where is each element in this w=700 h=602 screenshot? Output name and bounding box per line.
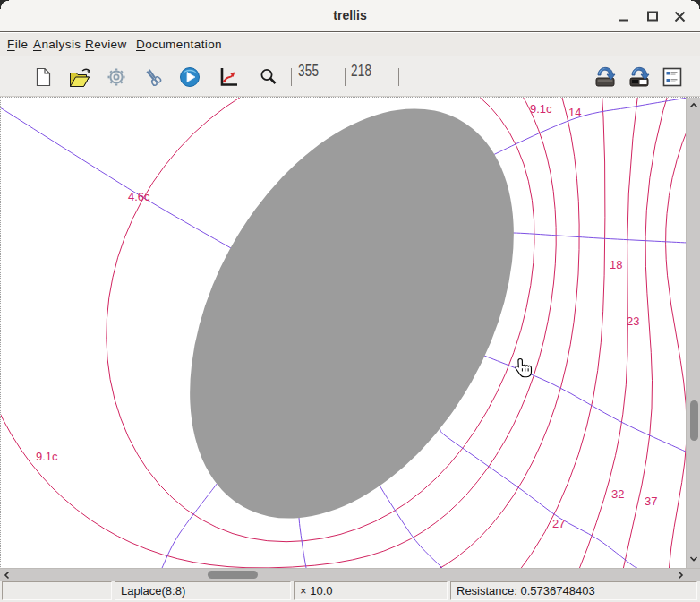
svg-text:9.1c: 9.1c xyxy=(530,102,552,116)
svg-text:27: 27 xyxy=(552,517,565,530)
svg-text:9.1c: 9.1c xyxy=(36,450,58,463)
svg-text:14: 14 xyxy=(568,106,581,119)
svg-text:37: 37 xyxy=(645,494,657,508)
svg-text:23: 23 xyxy=(627,314,639,328)
svg-text:32: 32 xyxy=(611,487,624,501)
svg-text:18: 18 xyxy=(610,258,622,271)
svg-text:4.6c: 4.6c xyxy=(128,190,150,203)
